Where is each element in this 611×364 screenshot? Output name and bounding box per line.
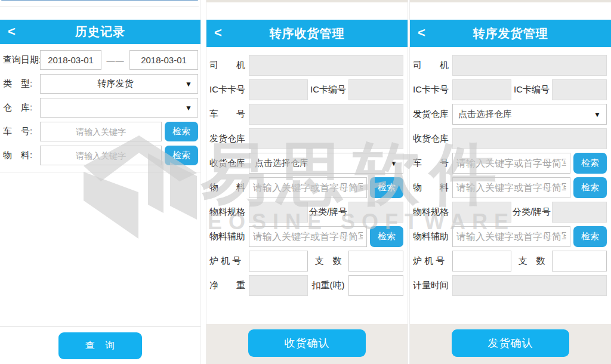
recv-warehouse-select[interactable]: 点击选择仓库 ▼ <box>249 153 403 174</box>
ic-no-field <box>552 79 607 100</box>
material-input[interactable] <box>452 177 570 198</box>
panel-history: < 历史记录 查询日期: 2018-03-01 —— 2018-03-01 类 … <box>0 0 201 364</box>
recv-warehouse-value: 点击选择仓库 <box>255 158 308 169</box>
count-input[interactable] <box>552 251 607 272</box>
material-search-button[interactable]: 检索 <box>370 177 403 198</box>
row-driver: 司 机 <box>209 55 403 76</box>
chevron-down-icon: ▼ <box>185 104 192 112</box>
count-label: 支 数 <box>511 255 552 267</box>
receiving-titlebar: < 转序收货管理 <box>206 20 408 47</box>
vehicle-input[interactable] <box>452 153 570 174</box>
ic-card-label: IC卡卡号 <box>413 84 452 95</box>
back-icon[interactable]: < <box>214 26 222 39</box>
back-icon[interactable]: < <box>8 25 16 38</box>
recv-warehouse-label: 收货仓库 <box>209 158 249 169</box>
top-edge-line <box>1 0 198 1</box>
material-label: 物 料 <box>209 182 249 193</box>
aux-input[interactable] <box>452 226 570 247</box>
chevron-down-icon: ▼ <box>390 159 397 168</box>
chevron-down-icon: ▼ <box>185 80 192 88</box>
deduct-label: 扣重(吨) <box>308 280 348 291</box>
row-type: 类 型: 转序发货 ▼ <box>3 74 198 94</box>
ship-confirm-button[interactable]: 发货确认 <box>452 329 569 357</box>
driver-label: 司 机 <box>209 60 249 71</box>
ship-warehouse-select[interactable]: 点击选择仓库 ▼ <box>452 104 607 125</box>
top-strip <box>206 0 408 2</box>
material-input[interactable] <box>249 177 367 198</box>
aux-search-button[interactable]: 检索 <box>370 226 403 247</box>
panel-receiving: < 转序收货管理 司 机 IC卡卡号 IC卡编号 车 号 发货仓库 <box>206 0 408 364</box>
date-to-field[interactable]: 2018-03-01 <box>129 50 198 70</box>
row-measure-time: 计量时间 <box>413 275 607 296</box>
type-selected-value: 转序发货 <box>46 78 185 90</box>
spec-label: 物料规格 <box>209 206 249 218</box>
material-input[interactable] <box>40 146 162 165</box>
receive-confirm-button[interactable]: 收货确认 <box>248 329 366 357</box>
top-box-edge <box>0 7 199 7</box>
receiving-title: 转序收货管理 <box>270 26 345 42</box>
material-label: 物 料 <box>413 182 452 193</box>
vehicle-search-button[interactable]: 检索 <box>573 153 607 174</box>
ship-warehouse-value: 点击选择仓库 <box>458 109 512 120</box>
deduct-input[interactable] <box>348 275 403 296</box>
vehicle-label: 车 号 <box>413 158 452 169</box>
warehouse-select[interactable]: ▼ <box>40 98 198 118</box>
chevron-down-icon: ▼ <box>594 110 601 119</box>
measure-time-label: 计量时间 <box>413 280 452 291</box>
row-ic-card: IC卡卡号 IC卡编号 <box>209 79 403 100</box>
row-aux: 物料辅助 检索 <box>413 226 607 247</box>
date-separator: —— <box>101 55 129 65</box>
row-material: 物 料 检索 <box>413 177 607 198</box>
ic-card-field <box>249 79 308 100</box>
material-label: 物 料: <box>3 150 40 161</box>
ic-no-label: IC卡编号 <box>511 84 552 95</box>
vehicle-label: 车 号 <box>209 109 249 120</box>
row-vehicle: 车 号 <box>209 104 403 125</box>
material-search-button[interactable]: 检索 <box>573 177 607 198</box>
grade-label: 分类/牌号 <box>511 206 552 218</box>
aux-input[interactable] <box>249 226 367 247</box>
row-furnace: 炉 机 号 支 数 <box>209 251 403 272</box>
driver-field <box>249 55 403 76</box>
receiving-footer: 收货确认 <box>206 324 408 364</box>
row-ship-warehouse: 发货仓库 点击选择仓库 ▼ <box>413 104 607 125</box>
spec-label: 物料规格 <box>413 206 452 218</box>
row-furnace: 炉 机 号 支 数 <box>413 251 607 272</box>
ship-warehouse-label: 发货仓库 <box>209 133 249 144</box>
vehicle-search-button[interactable]: 检索 <box>165 122 198 141</box>
ic-card-field <box>452 79 511 100</box>
history-titlebar: < 历史记录 <box>0 20 200 44</box>
aux-search-button[interactable]: 检索 <box>573 226 607 247</box>
row-net-weight: 净 重 扣重(吨) <box>209 275 403 296</box>
furnace-label: 炉 机 号 <box>413 255 452 267</box>
recv-warehouse-label: 收货仓库 <box>413 133 452 144</box>
type-select[interactable]: 转序发货 ▼ <box>40 74 198 94</box>
grade-label: 分类/牌号 <box>308 206 348 218</box>
panel-shipping: < 转序发货管理 司 机 IC卡卡号 IC卡编号 发货仓库 点击选择仓库 ▼ <box>409 0 611 364</box>
furnace-input[interactable] <box>452 251 511 272</box>
row-aux: 物料辅助 检索 <box>209 226 403 247</box>
ic-no-label: IC卡编号 <box>308 84 348 95</box>
furnace-label: 炉 机 号 <box>209 255 249 267</box>
row-vehicle: 车 号 检索 <box>413 153 607 174</box>
vehicle-input[interactable] <box>40 122 162 141</box>
row-ic-card: IC卡卡号 IC卡编号 <box>413 79 607 100</box>
recv-warehouse-field <box>452 128 607 149</box>
row-recv-warehouse: 收货仓库 点击选择仓库 ▼ <box>209 153 403 174</box>
aux-label: 物料辅助 <box>413 231 452 242</box>
form-divider <box>0 172 200 172</box>
furnace-input[interactable] <box>249 251 308 272</box>
shipping-title: 转序发货管理 <box>473 26 548 42</box>
query-button[interactable]: 查 询 <box>58 332 142 359</box>
ship-warehouse-field <box>249 128 403 149</box>
date-from-field[interactable]: 2018-03-01 <box>40 50 101 70</box>
vehicle-field <box>249 104 403 125</box>
aux-label: 物料辅助 <box>209 231 249 242</box>
count-input[interactable] <box>348 251 403 272</box>
grade-field <box>348 202 403 223</box>
back-icon[interactable]: < <box>418 26 425 39</box>
row-spec: 物料规格 分类/牌号 <box>413 202 607 223</box>
net-weight-field <box>249 275 308 296</box>
row-recv-warehouse: 收货仓库 <box>413 128 607 149</box>
material-search-button[interactable]: 检索 <box>165 146 198 165</box>
